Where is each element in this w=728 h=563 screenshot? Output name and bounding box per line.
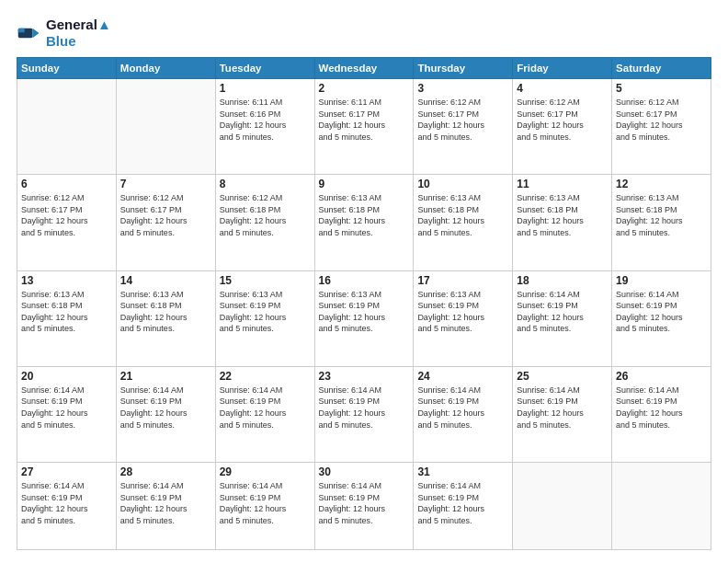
calendar-cell: 28Sunrise: 6:14 AM Sunset: 6:19 PM Dayli… <box>116 463 215 550</box>
cell-info: Sunrise: 6:14 AM Sunset: 6:19 PM Dayligh… <box>517 289 608 335</box>
day-number: 19 <box>616 274 707 287</box>
col-header-tuesday: Tuesday <box>215 58 314 79</box>
day-number: 15 <box>220 274 311 287</box>
svg-rect-2 <box>18 29 25 32</box>
calendar-cell: 13Sunrise: 6:13 AM Sunset: 6:18 PM Dayli… <box>17 270 117 366</box>
calendar-cell <box>17 79 117 175</box>
day-number: 18 <box>517 274 608 287</box>
cell-info: Sunrise: 6:13 AM Sunset: 6:18 PM Dayligh… <box>417 192 508 238</box>
day-number: 30 <box>319 465 410 478</box>
cell-info: Sunrise: 6:13 AM Sunset: 6:18 PM Dayligh… <box>517 192 608 238</box>
logo-icon <box>17 20 42 46</box>
cell-info: Sunrise: 6:14 AM Sunset: 6:19 PM Dayligh… <box>417 385 508 431</box>
calendar-cell: 21Sunrise: 6:14 AM Sunset: 6:19 PM Dayli… <box>116 366 215 462</box>
cell-info: Sunrise: 6:12 AM Sunset: 6:17 PM Dayligh… <box>21 192 112 238</box>
day-number: 4 <box>517 82 608 95</box>
cell-info: Sunrise: 6:14 AM Sunset: 6:19 PM Dayligh… <box>616 385 707 431</box>
day-number: 17 <box>417 274 508 287</box>
cell-info: Sunrise: 6:12 AM Sunset: 6:18 PM Dayligh… <box>220 192 311 238</box>
cell-info: Sunrise: 6:14 AM Sunset: 6:19 PM Dayligh… <box>120 480 211 526</box>
cell-info: Sunrise: 6:11 AM Sunset: 6:17 PM Dayligh… <box>319 97 410 143</box>
day-number: 1 <box>220 82 311 95</box>
day-number: 7 <box>120 178 211 190</box>
col-header-wednesday: Wednesday <box>314 58 414 79</box>
cell-info: Sunrise: 6:14 AM Sunset: 6:19 PM Dayligh… <box>120 385 211 431</box>
day-number: 21 <box>120 370 211 383</box>
calendar-cell: 1Sunrise: 6:11 AM Sunset: 6:16 PM Daylig… <box>215 79 314 175</box>
cell-info: Sunrise: 6:12 AM Sunset: 6:17 PM Dayligh… <box>417 97 508 143</box>
calendar-cell: 11Sunrise: 6:13 AM Sunset: 6:18 PM Dayli… <box>513 175 612 270</box>
day-number: 22 <box>220 370 311 383</box>
cell-info: Sunrise: 6:14 AM Sunset: 6:19 PM Dayligh… <box>417 480 508 526</box>
day-number: 26 <box>616 370 707 383</box>
col-header-thursday: Thursday <box>414 58 513 79</box>
calendar-cell: 4Sunrise: 6:12 AM Sunset: 6:17 PM Daylig… <box>513 79 612 175</box>
cell-info: Sunrise: 6:13 AM Sunset: 6:18 PM Dayligh… <box>21 289 112 335</box>
header: General▲ Blue <box>17 17 711 50</box>
calendar-cell: 18Sunrise: 6:14 AM Sunset: 6:19 PM Dayli… <box>513 270 612 366</box>
col-header-sunday: Sunday <box>17 58 117 79</box>
day-number: 10 <box>417 178 508 190</box>
day-number: 13 <box>21 274 112 287</box>
logo-text: General▲ Blue <box>46 17 111 50</box>
calendar-cell: 26Sunrise: 6:14 AM Sunset: 6:19 PM Dayli… <box>612 366 711 462</box>
day-number: 20 <box>21 370 112 383</box>
page: General▲ Blue SundayMondayTuesdayWednesd… <box>0 0 728 563</box>
svg-marker-1 <box>33 29 40 39</box>
calendar-cell: 24Sunrise: 6:14 AM Sunset: 6:19 PM Dayli… <box>414 366 513 462</box>
calendar-cell: 2Sunrise: 6:11 AM Sunset: 6:17 PM Daylig… <box>314 79 414 175</box>
col-header-saturday: Saturday <box>612 58 711 79</box>
day-number: 16 <box>319 274 410 287</box>
calendar-cell: 30Sunrise: 6:14 AM Sunset: 6:19 PM Dayli… <box>314 463 414 550</box>
calendar-cell: 12Sunrise: 6:13 AM Sunset: 6:18 PM Dayli… <box>612 175 711 270</box>
col-header-monday: Monday <box>116 58 215 79</box>
calendar-cell: 25Sunrise: 6:14 AM Sunset: 6:19 PM Dayli… <box>513 366 612 462</box>
calendar-cell: 31Sunrise: 6:14 AM Sunset: 6:19 PM Dayli… <box>414 463 513 550</box>
calendar-cell <box>513 463 612 550</box>
day-number: 2 <box>319 82 410 95</box>
calendar-cell: 22Sunrise: 6:14 AM Sunset: 6:19 PM Dayli… <box>215 366 314 462</box>
col-header-friday: Friday <box>513 58 612 79</box>
calendar-cell: 5Sunrise: 6:12 AM Sunset: 6:17 PM Daylig… <box>612 79 711 175</box>
calendar-cell: 6Sunrise: 6:12 AM Sunset: 6:17 PM Daylig… <box>17 175 117 270</box>
day-number: 8 <box>220 178 311 190</box>
cell-info: Sunrise: 6:12 AM Sunset: 6:17 PM Dayligh… <box>120 192 211 238</box>
day-number: 14 <box>120 274 211 287</box>
calendar-cell: 9Sunrise: 6:13 AM Sunset: 6:18 PM Daylig… <box>314 175 414 270</box>
day-number: 24 <box>417 370 508 383</box>
day-number: 23 <box>319 370 410 383</box>
calendar-cell: 3Sunrise: 6:12 AM Sunset: 6:17 PM Daylig… <box>414 79 513 175</box>
calendar-cell: 27Sunrise: 6:14 AM Sunset: 6:19 PM Dayli… <box>17 463 117 550</box>
day-number: 11 <box>517 178 608 190</box>
calendar-cell: 8Sunrise: 6:12 AM Sunset: 6:18 PM Daylig… <box>215 175 314 270</box>
cell-info: Sunrise: 6:13 AM Sunset: 6:19 PM Dayligh… <box>417 289 508 335</box>
cell-info: Sunrise: 6:11 AM Sunset: 6:16 PM Dayligh… <box>220 97 311 143</box>
day-number: 6 <box>21 178 112 190</box>
calendar-cell <box>612 463 711 550</box>
calendar-cell: 10Sunrise: 6:13 AM Sunset: 6:18 PM Dayli… <box>414 175 513 270</box>
calendar-cell: 20Sunrise: 6:14 AM Sunset: 6:19 PM Dayli… <box>17 366 117 462</box>
day-number: 12 <box>616 178 707 190</box>
cell-info: Sunrise: 6:14 AM Sunset: 6:19 PM Dayligh… <box>21 385 112 431</box>
cell-info: Sunrise: 6:13 AM Sunset: 6:18 PM Dayligh… <box>120 289 211 335</box>
day-number: 29 <box>220 465 311 478</box>
day-number: 27 <box>21 465 112 478</box>
day-number: 28 <box>120 465 211 478</box>
cell-info: Sunrise: 6:12 AM Sunset: 6:17 PM Dayligh… <box>616 97 707 143</box>
cell-info: Sunrise: 6:13 AM Sunset: 6:18 PM Dayligh… <box>319 192 410 238</box>
logo: General▲ Blue <box>17 17 111 50</box>
cell-info: Sunrise: 6:14 AM Sunset: 6:19 PM Dayligh… <box>319 385 410 431</box>
cell-info: Sunrise: 6:12 AM Sunset: 6:17 PM Dayligh… <box>517 97 608 143</box>
day-number: 25 <box>517 370 608 383</box>
cell-info: Sunrise: 6:13 AM Sunset: 6:19 PM Dayligh… <box>319 289 410 335</box>
calendar-cell: 14Sunrise: 6:13 AM Sunset: 6:18 PM Dayli… <box>116 270 215 366</box>
calendar-table: SundayMondayTuesdayWednesdayThursdayFrid… <box>17 57 711 550</box>
day-number: 5 <box>616 82 707 95</box>
cell-info: Sunrise: 6:14 AM Sunset: 6:19 PM Dayligh… <box>220 385 311 431</box>
calendar-cell: 7Sunrise: 6:12 AM Sunset: 6:17 PM Daylig… <box>116 175 215 270</box>
cell-info: Sunrise: 6:14 AM Sunset: 6:19 PM Dayligh… <box>319 480 410 526</box>
calendar-cell: 23Sunrise: 6:14 AM Sunset: 6:19 PM Dayli… <box>314 366 414 462</box>
day-number: 9 <box>319 178 410 190</box>
calendar-cell: 29Sunrise: 6:14 AM Sunset: 6:19 PM Dayli… <box>215 463 314 550</box>
calendar-cell: 19Sunrise: 6:14 AM Sunset: 6:19 PM Dayli… <box>612 270 711 366</box>
